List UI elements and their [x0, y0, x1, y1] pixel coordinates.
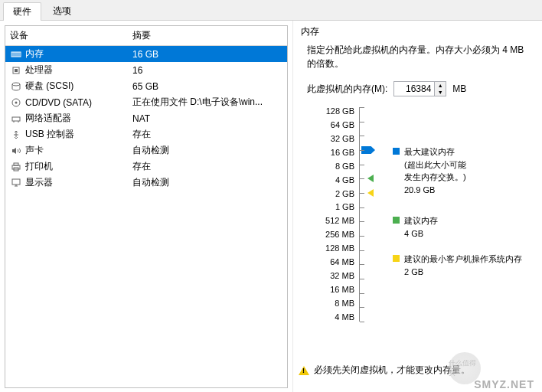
device-name: CD/DVD (SATA) [25, 97, 92, 108]
device-name: 网络适配器 [25, 112, 71, 125]
slider-tick [360, 322, 364, 322]
tab-options[interactable]: 选项 [43, 2, 81, 20]
svg-rect-7 [15, 69, 18, 72]
legend-blue-icon [393, 148, 400, 155]
legend-green-icon [393, 217, 400, 224]
slider-tick-label: 8 MB [316, 299, 354, 308]
slider-tick [360, 136, 364, 136]
device-list-header: 设备 摘要 [5, 26, 287, 46]
slider-tick [360, 236, 364, 237]
device-name: USB 控制器 [25, 128, 74, 141]
device-row-monitor[interactable]: 显示器自动检测 [5, 175, 287, 191]
memory-spinner-up[interactable]: ▲ [435, 82, 446, 89]
slider-tick-label: 4 MB [316, 313, 354, 322]
device-row-cpu[interactable]: 处理器16 [5, 62, 287, 78]
slider-tick [360, 307, 364, 308]
warning-icon [299, 366, 309, 375]
device-summary: 16 GB [132, 49, 282, 60]
slider-tick-label: 2 GB [316, 190, 354, 198]
column-summary: 摘要 [132, 29, 151, 42]
marker-recommended-min [367, 189, 374, 197]
cpu-icon [10, 64, 22, 77]
memory-group-title: 内存 [301, 25, 534, 38]
column-device: 设备 [10, 29, 132, 42]
slider-tick [360, 178, 364, 179]
legend-recommended: 建议内存 4 GB [393, 214, 438, 240]
memory-spinner-down[interactable]: ▼ [435, 89, 446, 96]
slider-tick [360, 207, 364, 208]
device-row-cd[interactable]: CD/DVD (SATA)正在使用文件 D:\电子设备\win... [5, 94, 287, 110]
device-summary: 存在 [132, 160, 282, 173]
svg-rect-11 [12, 117, 20, 121]
memory-settings-panel: 内存 指定分配给此虚拟机的内存量。内存大小必须为 4 MB 的倍数。 此虚拟机的… [292, 21, 542, 392]
slider-tick [360, 250, 364, 251]
slider-tick [360, 107, 364, 108]
device-summary: NAT [132, 113, 282, 124]
watermark-text: SMYZ.NET [474, 378, 534, 390]
slider-tick-label: 128 MB [316, 244, 354, 253]
slider-tick-label: 256 MB [316, 230, 354, 239]
device-name: 处理器 [25, 64, 53, 77]
device-row-usb[interactable]: USB 控制器存在 [5, 126, 287, 142]
device-summary: 16 [132, 65, 282, 76]
device-summary: 自动检测 [132, 176, 282, 189]
slider-tick-label: 64 MB [316, 258, 354, 266]
device-name: 硬盘 (SCSI) [25, 80, 73, 93]
cd-icon [10, 96, 22, 109]
memory-warning: 必须先关闭虚拟机，才能更改内存量。 [299, 364, 534, 377]
device-row-disk[interactable]: 硬盘 (SCSI)65 GB [5, 78, 287, 94]
slider-tick-label: 4 GB [316, 176, 354, 185]
memory-input-label: 此虚拟机的内存(M): [307, 83, 387, 96]
device-summary: 存在 [132, 128, 282, 141]
disk-icon [10, 80, 22, 93]
slider-tick [360, 293, 364, 294]
sound-icon [10, 145, 22, 157]
slider-tick [360, 279, 364, 279]
device-row-memory[interactable]: 内存16 GB [5, 46, 287, 62]
memory-unit: MB [452, 83, 466, 94]
device-row-network[interactable]: 网络适配器NAT [5, 110, 287, 126]
slider-tick [360, 150, 364, 151]
slider-tick-label: 32 MB [316, 272, 354, 280]
printer-icon [10, 161, 22, 173]
device-list-panel: 设备 摘要 内存16 GB处理器16硬盘 (SCSI)65 GBCD/DVD (… [5, 25, 288, 388]
slider-tick-label: 16 GB [316, 149, 354, 157]
legend-min: 建议的最小客户机操作系统内存 2 GB [393, 253, 522, 278]
device-name: 声卡 [25, 144, 44, 157]
slider-tick [360, 122, 364, 122]
memory-slider[interactable]: 128 GB64 GB32 GB16 GB8 GB4 GB2 GB1 GB512… [316, 107, 534, 322]
device-summary: 自动检测 [132, 144, 282, 157]
svg-point-8 [12, 83, 20, 86]
memory-description: 指定分配给此虚拟机的内存量。内存大小必须为 4 MB 的倍数。 [307, 43, 534, 70]
slider-tick [360, 264, 364, 265]
slider-tick-label: 64 GB [316, 121, 354, 129]
usb-icon [10, 129, 22, 141]
slider-tick [360, 193, 364, 194]
legend-yellow-icon [393, 255, 400, 262]
memory-spinner[interactable]: ▲ ▼ [393, 81, 446, 96]
svg-point-10 [15, 101, 18, 103]
network-icon [10, 113, 22, 125]
device-name: 打印机 [25, 160, 53, 173]
device-summary: 65 GB [132, 81, 282, 92]
slider-tick-label: 32 GB [316, 135, 354, 143]
device-row-sound[interactable]: 声卡自动检测 [5, 142, 287, 158]
device-name: 内存 [25, 47, 44, 60]
memory-icon [10, 48, 22, 60]
device-summary: 正在使用文件 D:\电子设备\win... [132, 96, 282, 109]
marker-max-recommended [367, 175, 374, 182]
tab-hardware[interactable]: 硬件 [3, 2, 41, 21]
slider-tick [360, 221, 364, 222]
device-row-printer[interactable]: 打印机存在 [5, 158, 287, 175]
monitor-icon [10, 177, 22, 189]
slider-tick-label: 1 GB [316, 203, 354, 211]
legend-max: 最大建议内存 (超出此大小可能 发生内存交换。) 20.9 GB [393, 145, 466, 196]
slider-tick-label: 512 MB [316, 217, 354, 225]
tab-bar: 硬件 选项 [0, 0, 542, 21]
slider-tick-label: 128 GB [316, 107, 354, 116]
memory-input[interactable] [394, 82, 434, 96]
slider-tick [360, 165, 364, 165]
slider-tick-label: 8 GB [316, 162, 354, 171]
slider-tick-label: 16 MB [316, 286, 354, 294]
svg-rect-17 [12, 179, 20, 185]
